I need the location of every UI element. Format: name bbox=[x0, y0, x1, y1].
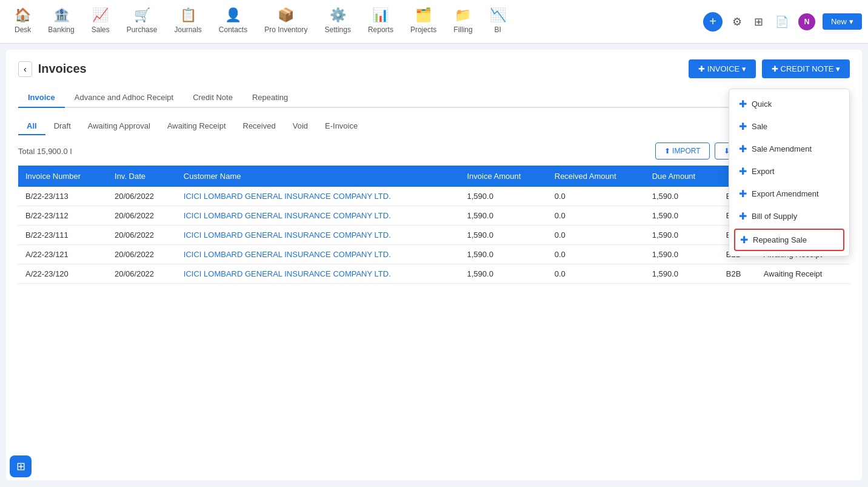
cell-inv-date: 20/06/2022 bbox=[107, 206, 176, 226]
cell-inv-date: 20/06/2022 bbox=[107, 245, 176, 264]
col-header-invoice-amount: Invoice Amount bbox=[459, 166, 547, 187]
add-button[interactable]: + bbox=[703, 12, 723, 32]
cell-invoice-number: A/22-23/121 bbox=[18, 245, 107, 264]
tab-repeating[interactable]: Repeating bbox=[242, 88, 298, 108]
dropdown-label-bill-of-supply: Bill of Supply bbox=[752, 212, 797, 221]
nav-item-sales[interactable]: 📈 Sales bbox=[83, 0, 118, 44]
customer-link[interactable]: ICICI LOMBARD GENERAL INSURANCE COMPANY … bbox=[184, 192, 391, 201]
cell-customer-name[interactable]: ICICI LOMBARD GENERAL INSURANCE COMPANY … bbox=[176, 245, 460, 264]
banking-icon: 🏦 bbox=[53, 7, 70, 23]
nav-item-contacts[interactable]: 👤 Contacts bbox=[210, 0, 256, 44]
filter-tab-awaiting-receipt[interactable]: Awaiting Receipt bbox=[159, 118, 235, 135]
cell-invoice-amount: 1,590.0 bbox=[459, 206, 547, 226]
nav-item-reports[interactable]: 📊 Reports bbox=[359, 0, 402, 44]
cell-status: Awaiting Receipt bbox=[756, 264, 850, 284]
document-icon[interactable]: 📄 bbox=[773, 13, 791, 31]
dropdown-item-quick[interactable]: ✚ Quick bbox=[729, 93, 849, 115]
settings-gear-icon[interactable]: ⚙ bbox=[730, 13, 744, 31]
sale-dot-icon: ✚ bbox=[739, 121, 747, 132]
cell-customer-name[interactable]: ICICI LOMBARD GENERAL INSURANCE COMPANY … bbox=[176, 187, 460, 206]
new-dropdown-button[interactable]: New ▾ bbox=[823, 13, 862, 30]
tab-advance[interactable]: Advance and Adhoc Receipt bbox=[65, 88, 183, 108]
cell-inv-date: 20/06/2022 bbox=[107, 187, 176, 206]
nav-label-filling: Filling bbox=[453, 25, 472, 34]
nav-label-contacts: Contacts bbox=[219, 25, 247, 34]
customer-link[interactable]: ICICI LOMBARD GENERAL INSURANCE COMPANY … bbox=[184, 230, 391, 240]
cell-invoice-amount: 1,590.0 bbox=[459, 264, 547, 284]
table-row[interactable]: B/22-23/112 20/06/2022 ICICI LOMBARD GEN… bbox=[18, 206, 850, 226]
dropdown-item-sale[interactable]: ✚ Sale bbox=[729, 115, 849, 138]
nav-item-bi[interactable]: 📉 BI bbox=[481, 0, 515, 44]
journals-icon: 📋 bbox=[180, 7, 196, 23]
nav-item-settings[interactable]: ⚙️ Settings bbox=[316, 0, 359, 44]
nav-item-purchase[interactable]: 🛒 Purchase bbox=[118, 0, 166, 44]
nav-item-filling[interactable]: 📁 Filling bbox=[445, 0, 481, 44]
dropdown-item-export[interactable]: ✚ Export bbox=[729, 160, 849, 183]
filter-tabs: All Draft Awaiting Approval Awaiting Rec… bbox=[18, 118, 850, 135]
bottom-grid-icon[interactable]: ⊞ bbox=[10, 455, 32, 477]
cell-due-amount: 1,590.0 bbox=[645, 226, 719, 245]
col-header-inv-date: Inv. Date bbox=[107, 166, 176, 187]
nav-item-journals[interactable]: 📋 Journals bbox=[165, 0, 210, 44]
dropdown-label-quick: Quick bbox=[752, 99, 772, 109]
nav-item-banking[interactable]: 🏦 Banking bbox=[39, 0, 82, 44]
invoice-button[interactable]: ✚ INVOICE ▾ bbox=[689, 59, 756, 78]
nav-item-pro-inventory[interactable]: 📦 Pro Inventory bbox=[256, 0, 316, 44]
customer-link[interactable]: ICICI LOMBARD GENERAL INSURANCE COMPANY … bbox=[184, 211, 391, 220]
page-title: Invoices bbox=[38, 62, 87, 76]
cell-customer-name[interactable]: ICICI LOMBARD GENERAL INSURANCE COMPANY … bbox=[176, 264, 460, 284]
customer-link[interactable]: ICICI LOMBARD GENERAL INSURANCE COMPANY … bbox=[184, 269, 391, 278]
bi-icon: 📉 bbox=[490, 7, 506, 23]
back-button[interactable]: ‹ bbox=[18, 61, 32, 77]
export-amendment-dot-icon: ✚ bbox=[739, 188, 747, 200]
cell-received-amount: 0.0 bbox=[547, 226, 645, 245]
filter-tab-all[interactable]: All bbox=[18, 118, 45, 135]
nav-item-projects[interactable]: 🗂️ Projects bbox=[402, 0, 445, 44]
nav-item-desk[interactable]: 🏠 Desk bbox=[6, 0, 39, 44]
purchase-icon: 🛒 bbox=[134, 7, 150, 23]
cell-received-amount: 0.0 bbox=[547, 264, 645, 284]
desk-icon: 🏠 bbox=[15, 7, 31, 23]
filter-tab-e-invoice[interactable]: E-Invoice bbox=[316, 118, 366, 135]
main-content: ‹ Invoices ✚ INVOICE ▾ ✚ CREDIT NOTE ▾ ✚… bbox=[6, 50, 862, 480]
table-row[interactable]: B/22-23/111 20/06/2022 ICICI LOMBARD GEN… bbox=[18, 226, 850, 245]
main-tabs: Invoice Advance and Adhoc Receipt Credit… bbox=[18, 88, 850, 108]
repeating-sale-dot-icon: ✚ bbox=[740, 234, 748, 246]
table-row[interactable]: A/22-23/121 20/06/2022 ICICI LOMBARD GEN… bbox=[18, 245, 850, 264]
bill-of-supply-dot-icon: ✚ bbox=[739, 210, 747, 222]
sale-amendment-dot-icon: ✚ bbox=[739, 143, 747, 155]
tab-invoice[interactable]: Invoice bbox=[18, 88, 65, 108]
table-row[interactable]: A/22-23/120 20/06/2022 ICICI LOMBARD GEN… bbox=[18, 264, 850, 284]
cell-type: B2B bbox=[719, 264, 756, 284]
filter-tab-void[interactable]: Void bbox=[284, 118, 316, 135]
col-header-invoice-number: Invoice Number bbox=[18, 166, 107, 187]
avatar[interactable]: N bbox=[798, 13, 815, 30]
credit-note-button[interactable]: ✚ CREDIT NOTE ▾ bbox=[762, 59, 850, 78]
grid-icon[interactable]: ⊞ bbox=[752, 13, 766, 31]
cell-customer-name[interactable]: ICICI LOMBARD GENERAL INSURANCE COMPANY … bbox=[176, 206, 460, 226]
dropdown-item-repeating-sale[interactable]: ✚ Repeating Sale bbox=[734, 229, 844, 251]
col-header-due-amount: Due Amount bbox=[645, 166, 719, 187]
dropdown-item-sale-amendment[interactable]: ✚ Sale Amendment bbox=[729, 138, 849, 160]
nav-label-projects: Projects bbox=[410, 25, 436, 34]
toolbar: Total 15,900.0 I ⬆ IMPORT ⬇ EXPORT SEARC… bbox=[18, 143, 850, 160]
import-button[interactable]: ⬆ IMPORT bbox=[655, 143, 710, 160]
dropdown-item-export-amendment[interactable]: ✚ Export Amendment bbox=[729, 183, 849, 205]
customer-link[interactable]: ICICI LOMBARD GENERAL INSURANCE COMPANY … bbox=[184, 250, 391, 259]
cell-customer-name[interactable]: ICICI LOMBARD GENERAL INSURANCE COMPANY … bbox=[176, 226, 460, 245]
dropdown-item-bill-of-supply[interactable]: ✚ Bill of Supply bbox=[729, 205, 849, 227]
filter-tab-awaiting-approval[interactable]: Awaiting Approval bbox=[79, 118, 159, 135]
cell-inv-date: 20/06/2022 bbox=[107, 226, 176, 245]
filter-tab-draft[interactable]: Draft bbox=[45, 118, 79, 135]
cell-due-amount: 1,590.0 bbox=[645, 187, 719, 206]
nav-label-desk: Desk bbox=[15, 25, 31, 34]
dropdown-label-sale: Sale bbox=[752, 122, 767, 131]
cell-invoice-number: B/22-23/111 bbox=[18, 226, 107, 245]
table-row[interactable]: B/22-23/113 20/06/2022 ICICI LOMBARD GEN… bbox=[18, 187, 850, 206]
page-header: ‹ Invoices ✚ INVOICE ▾ ✚ CREDIT NOTE ▾ ✚… bbox=[18, 59, 850, 78]
settings-icon: ⚙️ bbox=[330, 7, 346, 23]
filter-tab-received[interactable]: Received bbox=[235, 118, 284, 135]
tab-credit-note[interactable]: Credit Note bbox=[183, 88, 242, 108]
contacts-icon: 👤 bbox=[225, 7, 241, 23]
cell-invoice-number: B/22-23/112 bbox=[18, 206, 107, 226]
